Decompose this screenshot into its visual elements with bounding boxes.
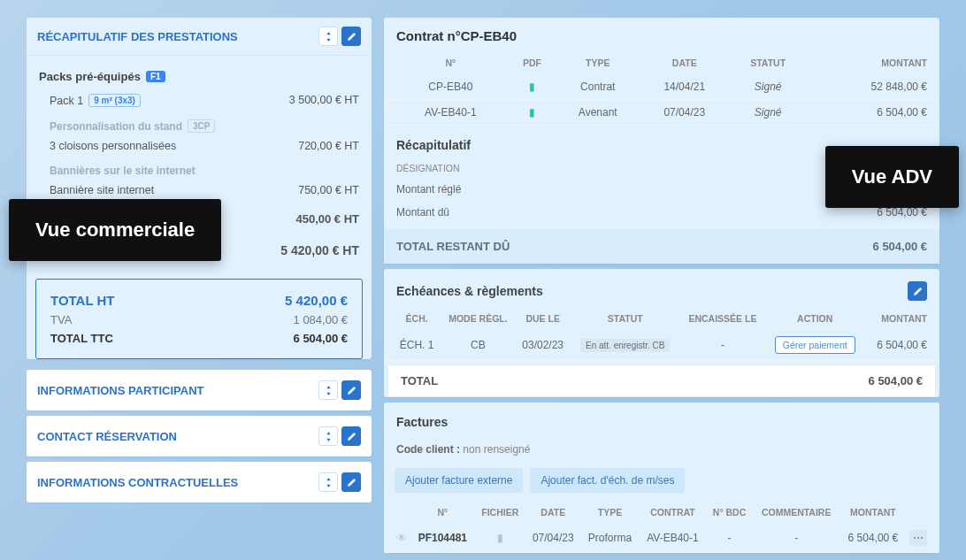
- contractual-header[interactable]: INFORMATIONS CONTRACTUELLES: [27, 462, 372, 502]
- pdf-icon[interactable]: ▮: [529, 106, 535, 119]
- cell-bdc: -: [707, 524, 753, 553]
- total-rest-label: TOTAL RESTANT DÛ: [396, 240, 510, 253]
- collapse-button[interactable]: [318, 472, 338, 492]
- cell-num: PF104481: [410, 524, 475, 553]
- overlay-commercial-text: Vue commerciale: [35, 219, 195, 241]
- recap-row-label: Montant dû: [396, 206, 449, 219]
- cell-type: Proforma: [581, 524, 640, 553]
- ban-line-label: Bannière site internet: [50, 184, 154, 196]
- file-icon[interactable]: ▮: [497, 532, 503, 544]
- col-type: TYPE: [581, 502, 640, 524]
- cell-ech: ÉCH. 1: [384, 330, 441, 361]
- cell-num: AV-EB40-1: [384, 100, 509, 126]
- edit-button[interactable]: [341, 472, 361, 492]
- table-row[interactable]: AV-EB40-1 ▮ Avenant 07/04/23 Signé 6 504…: [384, 100, 939, 126]
- collapse-button[interactable]: [318, 380, 338, 400]
- code-client-label: Code client :: [396, 443, 460, 456]
- contact-panel: CONTACT RÉSERVATION: [27, 416, 372, 456]
- recap-panel: RÉCAPITULATIF DES PRESTATIONS Packs pré-…: [27, 18, 372, 359]
- perso-subtitle: Personnalisation du stand 3CP: [50, 119, 359, 133]
- cell-montant: 6 504,00 €: [840, 524, 906, 553]
- schedule-panel: Echéances & règlements ÉCH. MODE RÈGL. D…: [384, 269, 939, 397]
- pack1-label: Pack 1: [50, 95, 83, 107]
- total-tva-value: 1 084,00 €: [294, 313, 348, 326]
- ban-line: Bannière site internet 750,00 € HT: [39, 180, 359, 200]
- edit-button[interactable]: [908, 281, 927, 301]
- invoices-title: Factures: [384, 403, 939, 436]
- col-date: DATE: [640, 52, 729, 74]
- ban-subtitle: Bannières sur le site internet: [50, 165, 359, 177]
- pack-line: Pack 1 9 m² (3x3) 3 500,00 € HT: [39, 90, 359, 111]
- col-pdf: PDF: [509, 52, 556, 74]
- table-row[interactable]: ÉCH. 1 CB 03/02/23 En att. enregistr. CB…: [384, 330, 939, 361]
- pencil-icon: [347, 478, 356, 487]
- total-tva-label: TVA: [50, 313, 72, 326]
- edit-button[interactable]: [341, 380, 361, 400]
- overlay-adv: Vue ADV: [825, 146, 959, 208]
- manage-payment-button[interactable]: Gérer paiement: [775, 336, 855, 354]
- cell-statut: Signé: [729, 100, 807, 126]
- table-row[interactable]: 👁 PF104481 ▮ 07/04/23 Proforma AV-EB40-1…: [384, 524, 939, 553]
- col-montant: MONTANT: [840, 502, 906, 524]
- schedule-total-row: TOTAL 6 504,00 €: [387, 364, 936, 397]
- cell-montant: 6 504,00 €: [864, 330, 939, 361]
- recap-title: RÉCAPITULATIF DES PRESTATIONS: [37, 30, 238, 43]
- invoices-table: N° FICHIER DATE TYPE CONTRAT N° BDC COMM…: [384, 502, 939, 553]
- col-mode: MODE RÈGL.: [441, 308, 515, 330]
- pencil-icon: [347, 432, 356, 441]
- col-action: ACTION: [765, 308, 864, 330]
- edit-button[interactable]: [341, 426, 361, 446]
- collapse-button[interactable]: [318, 426, 338, 446]
- ban-line-amount: 750,00 € HT: [298, 184, 359, 196]
- cell-mode: CB: [441, 330, 515, 361]
- overlay-adv-text: Vue ADV: [852, 165, 932, 188]
- more-button[interactable]: ⋯: [909, 530, 927, 546]
- perso-title: Personnalisation du stand: [50, 120, 182, 133]
- table-row[interactable]: CP-EB40 ▮ Contrat 14/04/21 Signé 52 848,…: [384, 74, 939, 100]
- col-montant: MONTANT: [807, 52, 939, 74]
- total-rest-value: 6 504,00 €: [873, 240, 927, 253]
- status-badge: En att. enregistr. CB: [580, 339, 671, 352]
- col-num: N°: [384, 52, 509, 74]
- col-encaissee: ENCAISSÉE LE: [680, 308, 765, 330]
- col-type: TYPE: [556, 52, 640, 74]
- cell-date: 14/04/21: [640, 74, 729, 100]
- contract-table: N° PDF TYPE DATE STATUT MONTANT CP-EB40 …: [384, 52, 939, 126]
- sort-icon: [324, 386, 334, 395]
- col-date: DATE: [525, 502, 581, 524]
- ban-title: Bannières sur le site internet: [50, 165, 196, 177]
- col-comment: COMMENTAIRE: [753, 502, 840, 524]
- cell-num: CP-EB40: [384, 74, 509, 100]
- pdf-icon[interactable]: ▮: [529, 81, 535, 93]
- contract-panel: Contrat n°CP-EB40 N° PDF TYPE DATE STATU…: [384, 18, 939, 264]
- participant-header[interactable]: INFORMATIONS PARTICIPANT: [27, 370, 372, 410]
- cell-montant: 6 504,00 €: [807, 100, 939, 126]
- add-schedule-invoice-button[interactable]: Ajouter fact. d'éch. de m/ses: [530, 468, 685, 493]
- contact-header[interactable]: CONTACT RÉSERVATION: [27, 416, 372, 456]
- edit-button[interactable]: [341, 27, 361, 46]
- code-client-value: non renseigné: [463, 443, 530, 456]
- sort-icon: [324, 432, 334, 441]
- add-external-invoice-button[interactable]: Ajouter facture externe: [395, 468, 523, 493]
- perso-line-amount: 720,00 € HT: [298, 140, 359, 152]
- cell-encaissee: -: [680, 330, 765, 361]
- collapse-button[interactable]: [318, 27, 338, 46]
- perso-badge: 3CP: [188, 119, 215, 133]
- participant-panel: INFORMATIONS PARTICIPANT: [27, 370, 372, 410]
- col-contrat: CONTRAT: [639, 502, 706, 524]
- schedule-title: Echéances & règlements: [396, 284, 543, 298]
- col-statut: STATUT: [571, 308, 680, 330]
- contractual-panel: INFORMATIONS CONTRACTUELLES: [27, 462, 372, 502]
- packs-badge: F1: [146, 71, 165, 82]
- pencil-icon: [347, 32, 356, 42]
- perso-line: 3 cloisons personnalisées 720,00 € HT: [39, 136, 359, 156]
- invoices-panel: Factures Code client : non renseigné Ajo…: [384, 403, 939, 553]
- perso-line-label: 3 cloisons personnalisées: [50, 140, 176, 152]
- pencil-icon: [913, 287, 923, 296]
- total-rest-row: TOTAL RESTANT DÛ 6 504,00 €: [384, 229, 939, 264]
- total-ttc-value: 6 504,00 €: [294, 332, 348, 345]
- code-client: Code client : non renseigné: [384, 436, 939, 463]
- participant-title: INFORMATIONS PARTICIPANT: [37, 384, 204, 397]
- contact-title: CONTACT RÉSERVATION: [37, 430, 177, 443]
- eye-icon[interactable]: 👁: [396, 532, 407, 544]
